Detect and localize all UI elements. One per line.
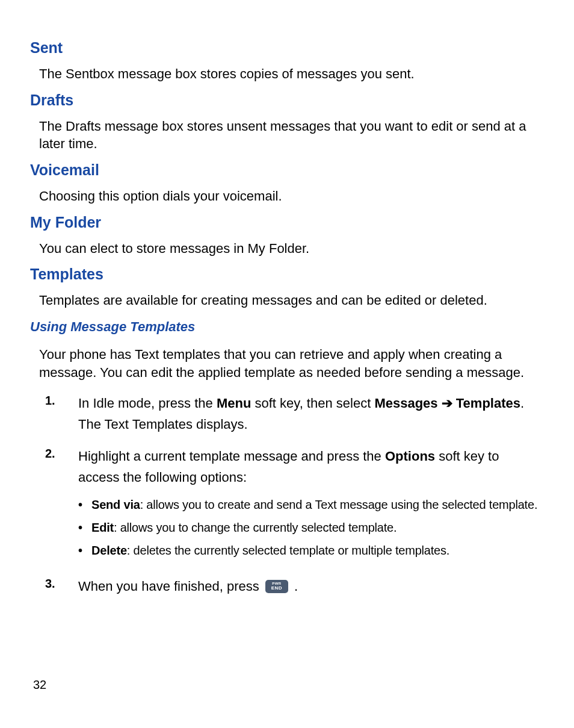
step-number: 1.: [45, 393, 78, 435]
option-label: Send via: [91, 498, 140, 511]
step-body: When you have finished, press PWR END .: [78, 576, 298, 597]
softkey-menu: Menu: [217, 396, 251, 411]
pwr-end-key-icon: PWR END: [265, 580, 288, 593]
text: .: [294, 579, 298, 594]
heading-my-folder: My Folder: [30, 214, 544, 231]
option-label: Delete: [91, 544, 127, 557]
option-text: Send via: allows you to create and send …: [91, 496, 537, 513]
text: Highlight a current template message and…: [78, 449, 385, 464]
heading-voicemail: Voicemail: [30, 161, 544, 179]
arrow-icon: ➔: [438, 396, 456, 411]
body-templates: Templates are available for creating mes…: [39, 291, 544, 310]
bullet-icon: •: [78, 519, 91, 536]
text: soft key, then select: [251, 396, 374, 411]
step-number: 2.: [45, 446, 78, 565]
option-delete: • Delete: deletes the currently selected…: [78, 542, 544, 559]
option-desc: : allows you to change the currently sel…: [114, 521, 397, 534]
body-voicemail: Choosing this option dials your voicemai…: [39, 187, 544, 205]
bullet-icon: •: [78, 542, 91, 559]
step-1: 1. In Idle mode, press the Menu soft key…: [45, 393, 544, 435]
text: In Idle mode, press the: [78, 396, 217, 411]
menu-messages: Messages: [374, 396, 437, 411]
heading-templates: Templates: [30, 266, 544, 283]
bullet-icon: •: [78, 496, 91, 513]
body-sent: The Sentbox message box stores copies of…: [39, 65, 544, 83]
menu-templates: Templates: [456, 396, 520, 411]
option-desc: : deletes the currently selected templat…: [127, 544, 449, 557]
text: When you have finished, press: [78, 579, 263, 594]
step-number: 3.: [45, 576, 78, 597]
step-body: Highlight a current template message and…: [78, 446, 544, 565]
body-my-folder: You can elect to store messages in My Fo…: [39, 240, 544, 258]
option-send-via: • Send via: allows you to create and sen…: [78, 496, 544, 513]
option-desc: : allows you to create and send a Text m…: [140, 498, 538, 511]
softkey-options: Options: [385, 449, 435, 464]
options-list: • Send via: allows you to create and sen…: [78, 496, 544, 559]
option-label: Edit: [91, 521, 114, 534]
page-number: 32: [33, 678, 46, 692]
key-label-bottom: END: [265, 586, 288, 591]
steps-list: 1. In Idle mode, press the Menu soft key…: [45, 393, 544, 597]
step-2: 2. Highlight a current template message …: [45, 446, 544, 565]
heading-sent: Sent: [30, 39, 544, 57]
manual-page: Sent The Sentbox message box stores copi…: [0, 0, 574, 728]
intro-using-templates: Your phone has Text templates that you c…: [39, 346, 544, 381]
subheading-using-message-templates: Using Message Templates: [30, 319, 544, 335]
step-3: 3. When you have finished, press PWR END…: [45, 576, 544, 597]
option-text: Delete: deletes the currently selected t…: [91, 542, 449, 559]
option-edit: • Edit: allows you to change the current…: [78, 519, 544, 536]
heading-drafts: Drafts: [30, 92, 544, 109]
option-text: Edit: allows you to change the currently…: [91, 519, 397, 536]
body-drafts: The Drafts message box stores unsent mes…: [39, 117, 544, 153]
step-body: In Idle mode, press the Menu soft key, t…: [78, 393, 544, 435]
